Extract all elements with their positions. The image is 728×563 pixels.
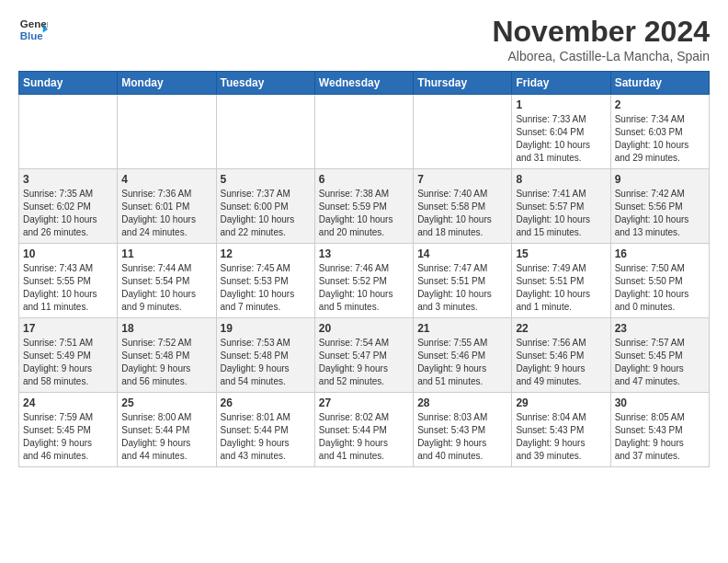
calendar-cell: 11Sunrise: 7:44 AM Sunset: 5:54 PM Dayli… [118, 244, 216, 318]
calendar-header-row: Sunday Monday Tuesday Wednesday Thursday… [19, 72, 710, 95]
svg-text:Blue: Blue [20, 30, 44, 41]
cell-content: Sunrise: 8:01 AM Sunset: 5:44 PM Dayligh… [221, 411, 311, 463]
header-wednesday: Wednesday [314, 72, 413, 95]
calendar-cell: 4Sunrise: 7:36 AM Sunset: 6:01 PM Daylig… [118, 169, 216, 244]
calendar-cell: 10Sunrise: 7:43 AM Sunset: 5:55 PM Dayli… [19, 244, 118, 318]
calendar-cell: 25Sunrise: 8:00 AM Sunset: 5:44 PM Dayli… [118, 393, 216, 467]
calendar-cell: 23Sunrise: 7:57 AM Sunset: 5:45 PM Dayli… [610, 318, 709, 393]
cell-content: Sunrise: 8:02 AM Sunset: 5:44 PM Dayligh… [319, 411, 409, 463]
cell-content: Sunrise: 7:34 AM Sunset: 6:03 PM Dayligh… [615, 113, 705, 165]
cell-content: Sunrise: 8:00 AM Sunset: 5:44 PM Dayligh… [121, 411, 211, 463]
calendar-cell [216, 95, 314, 169]
day-number: 12 [221, 247, 311, 260]
cell-content: Sunrise: 7:37 AM Sunset: 6:00 PM Dayligh… [221, 188, 311, 239]
cell-content: Sunrise: 7:45 AM Sunset: 5:53 PM Dayligh… [221, 262, 311, 314]
calendar-cell: 22Sunrise: 7:56 AM Sunset: 5:46 PM Dayli… [512, 318, 610, 393]
day-number: 27 [319, 396, 409, 409]
cell-content: Sunrise: 7:46 AM Sunset: 5:52 PM Dayligh… [319, 262, 409, 314]
day-number: 14 [417, 247, 507, 260]
calendar-cell: 28Sunrise: 8:03 AM Sunset: 5:43 PM Dayli… [414, 393, 512, 467]
day-number: 18 [121, 322, 211, 335]
cell-content: Sunrise: 7:54 AM Sunset: 5:47 PM Dayligh… [319, 337, 409, 388]
cell-content: Sunrise: 7:33 AM Sunset: 6:04 PM Dayligh… [516, 113, 606, 165]
calendar-table: Sunday Monday Tuesday Wednesday Thursday… [18, 71, 710, 467]
calendar-page: General Blue November 2024 Alborea, Cast… [0, 0, 728, 482]
day-number: 25 [121, 396, 211, 409]
day-number: 30 [615, 396, 705, 409]
calendar-cell: 9Sunrise: 7:42 AM Sunset: 5:56 PM Daylig… [610, 169, 709, 244]
header-tuesday: Tuesday [216, 72, 314, 95]
day-number: 3 [23, 173, 113, 186]
cell-content: Sunrise: 7:52 AM Sunset: 5:48 PM Dayligh… [121, 337, 211, 388]
day-number: 21 [417, 322, 507, 335]
calendar-cell: 7Sunrise: 7:40 AM Sunset: 5:58 PM Daylig… [414, 169, 512, 244]
calendar-week-row: 17Sunrise: 7:51 AM Sunset: 5:49 PM Dayli… [19, 318, 710, 393]
logo: General Blue [18, 15, 48, 44]
day-number: 17 [23, 322, 113, 335]
day-number: 22 [516, 322, 606, 335]
calendar-cell [118, 95, 216, 169]
day-number: 13 [319, 247, 409, 260]
calendar-cell [19, 95, 118, 169]
calendar-cell: 20Sunrise: 7:54 AM Sunset: 5:47 PM Dayli… [314, 318, 413, 393]
calendar-cell: 27Sunrise: 8:02 AM Sunset: 5:44 PM Dayli… [314, 393, 413, 467]
day-number: 2 [615, 98, 705, 111]
cell-content: Sunrise: 7:40 AM Sunset: 5:58 PM Dayligh… [417, 188, 507, 239]
day-number: 6 [319, 173, 409, 186]
calendar-cell: 26Sunrise: 8:01 AM Sunset: 5:44 PM Dayli… [216, 393, 314, 467]
day-number: 10 [23, 247, 113, 260]
calendar-cell: 29Sunrise: 8:04 AM Sunset: 5:43 PM Dayli… [512, 393, 610, 467]
cell-content: Sunrise: 7:56 AM Sunset: 5:46 PM Dayligh… [516, 337, 606, 388]
day-number: 5 [221, 173, 311, 186]
calendar-cell: 14Sunrise: 7:47 AM Sunset: 5:51 PM Dayli… [414, 244, 512, 318]
cell-content: Sunrise: 8:03 AM Sunset: 5:43 PM Dayligh… [417, 411, 507, 463]
calendar-cell: 12Sunrise: 7:45 AM Sunset: 5:53 PM Dayli… [216, 244, 314, 318]
cell-content: Sunrise: 7:49 AM Sunset: 5:51 PM Dayligh… [516, 262, 606, 314]
header-sunday: Sunday [19, 72, 118, 95]
cell-content: Sunrise: 8:05 AM Sunset: 5:43 PM Dayligh… [615, 411, 705, 463]
calendar-cell: 13Sunrise: 7:46 AM Sunset: 5:52 PM Dayli… [314, 244, 413, 318]
calendar-week-row: 3Sunrise: 7:35 AM Sunset: 6:02 PM Daylig… [19, 169, 710, 244]
cell-content: Sunrise: 7:41 AM Sunset: 5:57 PM Dayligh… [516, 188, 606, 239]
location-subtitle: Alborea, Castille-La Mancha, Spain [492, 49, 710, 63]
header-monday: Monday [118, 72, 216, 95]
day-number: 19 [221, 322, 311, 335]
calendar-cell: 1Sunrise: 7:33 AM Sunset: 6:04 PM Daylig… [512, 95, 610, 169]
day-number: 7 [417, 173, 507, 186]
cell-content: Sunrise: 7:44 AM Sunset: 5:54 PM Dayligh… [121, 262, 211, 314]
cell-content: Sunrise: 7:43 AM Sunset: 5:55 PM Dayligh… [23, 262, 113, 314]
page-header: General Blue November 2024 Alborea, Cast… [18, 15, 710, 63]
day-number: 9 [615, 173, 705, 186]
calendar-cell: 21Sunrise: 7:55 AM Sunset: 5:46 PM Dayli… [414, 318, 512, 393]
calendar-cell: 17Sunrise: 7:51 AM Sunset: 5:49 PM Dayli… [19, 318, 118, 393]
calendar-week-row: 24Sunrise: 7:59 AM Sunset: 5:45 PM Dayli… [19, 393, 710, 467]
header-friday: Friday [512, 72, 610, 95]
calendar-cell [414, 95, 512, 169]
day-number: 15 [516, 247, 606, 260]
logo-icon: General Blue [18, 15, 48, 44]
calendar-cell [314, 95, 413, 169]
day-number: 20 [319, 322, 409, 335]
cell-content: Sunrise: 7:51 AM Sunset: 5:49 PM Dayligh… [23, 337, 113, 388]
title-block: November 2024 Alborea, Castille-La Manch… [492, 15, 710, 63]
header-saturday: Saturday [610, 72, 709, 95]
day-number: 29 [516, 396, 606, 409]
cell-content: Sunrise: 7:35 AM Sunset: 6:02 PM Dayligh… [23, 188, 113, 239]
calendar-cell: 24Sunrise: 7:59 AM Sunset: 5:45 PM Dayli… [19, 393, 118, 467]
cell-content: Sunrise: 7:42 AM Sunset: 5:56 PM Dayligh… [615, 188, 705, 239]
calendar-cell: 19Sunrise: 7:53 AM Sunset: 5:48 PM Dayli… [216, 318, 314, 393]
calendar-cell: 18Sunrise: 7:52 AM Sunset: 5:48 PM Dayli… [118, 318, 216, 393]
cell-content: Sunrise: 7:53 AM Sunset: 5:48 PM Dayligh… [221, 337, 311, 388]
cell-content: Sunrise: 7:59 AM Sunset: 5:45 PM Dayligh… [23, 411, 113, 463]
day-number: 4 [121, 173, 211, 186]
day-number: 11 [121, 247, 211, 260]
day-number: 8 [516, 173, 606, 186]
day-number: 24 [23, 396, 113, 409]
cell-content: Sunrise: 7:55 AM Sunset: 5:46 PM Dayligh… [417, 337, 507, 388]
calendar-cell: 16Sunrise: 7:50 AM Sunset: 5:50 PM Dayli… [610, 244, 709, 318]
calendar-cell: 5Sunrise: 7:37 AM Sunset: 6:00 PM Daylig… [216, 169, 314, 244]
cell-content: Sunrise: 7:38 AM Sunset: 5:59 PM Dayligh… [319, 188, 409, 239]
header-thursday: Thursday [414, 72, 512, 95]
calendar-cell: 6Sunrise: 7:38 AM Sunset: 5:59 PM Daylig… [314, 169, 413, 244]
calendar-cell: 3Sunrise: 7:35 AM Sunset: 6:02 PM Daylig… [19, 169, 118, 244]
